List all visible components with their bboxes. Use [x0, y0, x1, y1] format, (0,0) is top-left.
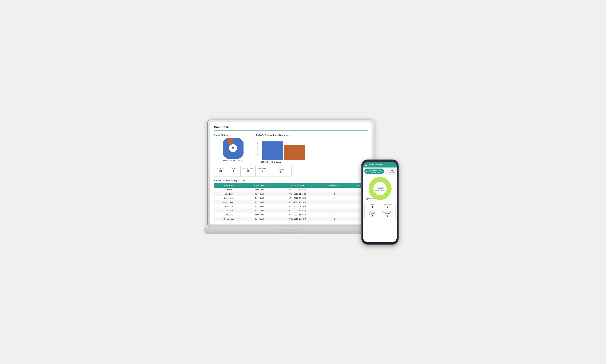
- upload-pending-button[interactable]: ☁ Upload Pending Transactions: [364, 169, 384, 174]
- consumed-stat-label: Consumed: [243, 167, 253, 169]
- stats-row: In Stock 29 Checkout 1 Consumed 0: [214, 166, 368, 177]
- bar-chart-bars: [259, 140, 368, 160]
- phone-stat-warranty-near-expiry: Warranty (Near Expiry) 0: [380, 210, 395, 219]
- phone-body: ☰ Asset Tracking ☁ Upload Pending Transa…: [361, 159, 399, 245]
- bar-legend: Checkin Checkout: [256, 161, 368, 163]
- dashboard-title: Dashboard: [214, 125, 368, 129]
- phone-stat-warranty-expired: Warranty (Expired) 2: [365, 210, 380, 219]
- donut-center-text: Pending Transaction site name: FRAIL: [374, 186, 386, 191]
- find-asset-button[interactable]: 🔍 Find Asset: [385, 169, 396, 174]
- cell-processed-time: 07-14-2023 11:15:50: [275, 192, 319, 196]
- laptop: Dashboard Asset Status: [207, 119, 374, 234]
- col-processed-by: Processed By: [244, 183, 275, 188]
- cell-processed-time: 07-13-2023 10:28:50: [275, 200, 319, 204]
- checkin-label: Checkin: [263, 161, 269, 163]
- teal-divider: [214, 130, 368, 131]
- dashboard: Dashboard Asset Status: [210, 122, 372, 224]
- expired-stat-label: Expired: [278, 169, 284, 171]
- cell-processed-time: 07-14-2023 10:50:16: [275, 196, 319, 200]
- phone-near-expiry-label: Near Expiry: [381, 204, 394, 205]
- cell-assets-count: 1: [319, 213, 350, 217]
- cell-transaction: Checkout: [214, 192, 244, 196]
- checkout-bar: [284, 145, 305, 160]
- expired-stat: Expired 23: [271, 166, 291, 177]
- cell-assets-count: 1: [319, 208, 350, 213]
- charts-row: Asset Status: [214, 134, 368, 163]
- checkout-count-value: 1.00: [365, 199, 369, 201]
- phone-header-title: Asset Tracking: [368, 164, 383, 166]
- checkout-stat-label: Checkout: [230, 167, 238, 169]
- phone-stat-near-expiry: Near Expiry 0: [380, 202, 395, 209]
- table-row: Checkin John Smith 07-14-2023 12:05:36 1: [214, 188, 368, 192]
- scene: Dashboard Asset Status: [207, 119, 399, 245]
- cell-processed-time: 07-12-2023 10:02:46: [275, 217, 319, 221]
- svg-text:29: 29: [232, 147, 234, 150]
- cell-assets-count: 1: [319, 196, 350, 200]
- bar-chart-area: 1.1 1 0.9 0.8 0.7 0.6 0.5 0.4 0.3: [256, 138, 368, 160]
- donut-line2: site name: FRAIL: [374, 189, 386, 191]
- cell-transaction: Create Asset: [214, 217, 244, 221]
- bar-legend-checkin: Checkin: [261, 161, 269, 163]
- checkout-stat-value: 1: [230, 169, 238, 172]
- legend-checkout: Checkout: [234, 160, 243, 162]
- checkout-dot: [234, 160, 235, 161]
- checkout-count-label: Checkout Count: [365, 197, 375, 199]
- col-transaction: Transaction: [214, 183, 244, 188]
- asset-status-section: Asset Status: [214, 134, 252, 163]
- cell-assets-count: 1: [319, 217, 350, 221]
- phone-screen: ☰ Asset Tracking ☁ Upload Pending Transa…: [363, 162, 397, 242]
- phone-warranty-near-expiry-value: 0: [381, 215, 394, 217]
- col-processed-time: Processed Time: [275, 183, 319, 188]
- cell-transaction: Edit Asset: [214, 204, 244, 208]
- cell-processed-by: John Smith: [244, 196, 275, 200]
- donut-line1: Pending Transaction: [374, 186, 386, 189]
- in-stock-dot: [223, 160, 225, 161]
- find-btn-label: Find Asset: [389, 169, 394, 173]
- cell-assets-count: 1: [319, 204, 350, 208]
- cell-processed-time: 07-14-2023 12:05:36: [275, 188, 319, 192]
- hamburger-icon[interactable]: ☰: [365, 163, 367, 166]
- checkout-label: Checkout: [236, 160, 243, 162]
- phone-warranty-near-expiry-label: Warranty (Near Expiry): [381, 211, 394, 215]
- screen-bezel: Dashboard Asset Status: [210, 122, 372, 224]
- cell-processed-by: John Smith: [244, 213, 275, 217]
- disposed-stat-value: 0: [258, 169, 266, 172]
- phone: ☰ Asset Tracking ☁ Upload Pending Transa…: [361, 159, 399, 245]
- cell-processed-by: John Smith: [244, 200, 275, 204]
- cell-assets-count: 1: [319, 200, 350, 204]
- cell-processed-time: 07-13-2023 09:15:36: [275, 204, 319, 208]
- cell-processed-time: 07-13-2023 11:01:36: [275, 213, 319, 217]
- cell-processed-by: John Smith: [244, 188, 275, 192]
- expired-stat-value: 23: [278, 171, 284, 174]
- main-stats-group: In Stock 29 Checkout 1 Consumed 0: [214, 166, 269, 177]
- disposed-stat-label: Disposed: [258, 167, 266, 169]
- table-row: Edit Asset John Smith 07-13-2023 12:05:3…: [214, 208, 368, 213]
- phone-stats-grid: Expired 4 Near Expiry 0 Warranty (Expire…: [364, 202, 396, 219]
- search-icon: 🔍: [387, 170, 389, 172]
- phone-warranty-expired-label: Warranty (Expired): [366, 211, 378, 215]
- transactions-table: Transaction Processed By Processed Time …: [214, 183, 368, 221]
- table-row: Edit Asset John Smith 07-13-2023 09:15:3…: [214, 204, 368, 208]
- asset-status-title: Asset Status: [214, 134, 252, 136]
- cell-transaction: Edit Asset: [214, 213, 244, 217]
- cell-transaction: Create Asset: [214, 196, 244, 200]
- trackpad: [279, 229, 303, 233]
- table-row: Create Asset John Smith 07-14-2023 10:50…: [214, 196, 368, 200]
- phone-expired-value: 4: [366, 205, 378, 208]
- transactions-section: Today's Transactions Summary 1.1 1 0.9 0…: [256, 134, 368, 163]
- recent-title: Recent Transactions(Last 10): [214, 179, 368, 182]
- laptop-body: Dashboard Asset Status: [207, 119, 374, 227]
- cell-processed-by: John Smith: [244, 217, 275, 221]
- in-stock-stat: In Stock 29: [214, 166, 227, 177]
- cell-transaction: Edit Asset: [214, 208, 244, 213]
- table-header-row: Transaction Processed By Processed Time …: [214, 183, 368, 188]
- expired-item: Expired 23: [275, 167, 287, 175]
- phone-expired-label: Expired: [366, 204, 378, 205]
- bar-checkout-dot: [272, 161, 273, 163]
- bar-checkout-label: Checkout: [274, 161, 281, 163]
- table-row: Create Asset John Smith 07-12-2023 10:02…: [214, 217, 368, 221]
- pie-chart: 29: [223, 138, 244, 159]
- checkin-dot: [261, 161, 263, 163]
- table-row: Edit Asset John Smith 07-13-2023 11:01:3…: [214, 213, 368, 217]
- laptop-base: [204, 227, 378, 234]
